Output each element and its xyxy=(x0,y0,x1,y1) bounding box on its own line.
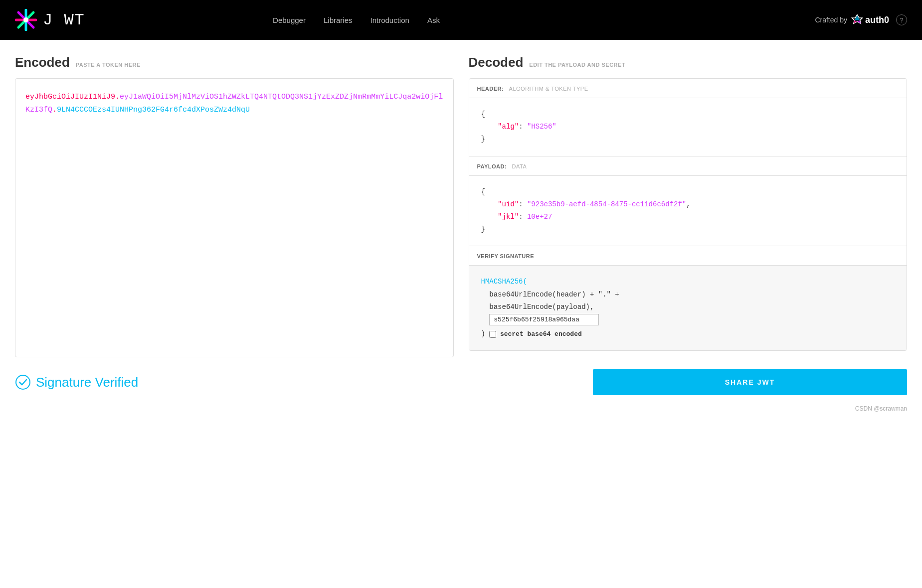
verify-section-body[interactable]: HMACSHA256( base64UrlEncode(header) + ".… xyxy=(469,266,907,350)
header-section-header: HEADER: ALGORITHM & TOKEN TYPE xyxy=(469,79,907,98)
decoded-sections: HEADER: ALGORITHM & TOKEN TYPE { "alg": … xyxy=(469,78,908,351)
auth0-icon xyxy=(851,14,863,26)
decoded-panel: Decoded EDIT THE PAYLOAD AND SECRET HEAD… xyxy=(469,55,908,357)
base64-label: secret base64 encoded xyxy=(500,328,582,340)
nav-libraries[interactable]: Libraries xyxy=(324,16,353,24)
crafted-by-label: Crafted by xyxy=(815,16,847,24)
nav-debugger[interactable]: Debugger xyxy=(273,16,306,24)
payload-section-body[interactable]: { "uid": "923e35b9-aefd-4854-8475-cc11d6… xyxy=(469,176,907,247)
close-brace-1: } xyxy=(481,135,485,143)
main-nav: Debugger Libraries Introduction Ask xyxy=(273,16,440,24)
nav-ask[interactable]: Ask xyxy=(427,16,440,24)
jwt-logo-icon xyxy=(15,9,37,31)
encoded-subtitle: PASTE A TOKEN HERE xyxy=(76,62,141,68)
encoded-token-box[interactable]: eyJhbGciOiJIUzI1NiJ9.eyJ1aWQiOiI5MjNlMzV… xyxy=(15,78,454,357)
open-brace-2: { xyxy=(481,188,485,196)
base64-header-line: base64UrlEncode(header) + "." + xyxy=(489,291,619,298)
auth0-text: auth0 xyxy=(865,15,889,25)
logo-text: J WT xyxy=(43,11,85,29)
dot2: . xyxy=(52,106,57,114)
jkl-value: 10e+27 xyxy=(527,213,552,221)
sig-verified-area: Signature Verified xyxy=(15,374,454,390)
encoded-title: Encoded PASTE A TOKEN HERE xyxy=(15,55,454,70)
verify-section-header: VERIFY SIGNATURE xyxy=(469,246,907,266)
jkl-key: "jkl" xyxy=(498,213,519,221)
header: J WT Debugger Libraries Introduction Ask… xyxy=(0,0,922,40)
secret-input[interactable] xyxy=(489,314,599,325)
help-icon[interactable]: ? xyxy=(896,14,907,25)
main-content: Encoded PASTE A TOKEN HERE eyJhbGciOiJIU… xyxy=(0,40,922,357)
nav-introduction[interactable]: Introduction xyxy=(370,16,409,24)
hmac-fn: HMACSHA256( xyxy=(481,278,527,286)
header-section-body[interactable]: { "alg": "HS256" } xyxy=(469,98,907,156)
svg-point-5 xyxy=(16,375,30,389)
uid-value: "923e35b9-aefd-4854-8475-cc11d6c6df2f" xyxy=(527,200,686,208)
header-label: HEADER: xyxy=(477,86,504,92)
verify-label: VERIFY SIGNATURE xyxy=(477,253,535,259)
open-brace-1: { xyxy=(481,110,485,118)
auth0-logo: auth0 xyxy=(851,14,889,26)
base64-row: ) secret base64 encoded xyxy=(481,328,895,340)
decoded-subtitle: EDIT THE PAYLOAD AND SECRET xyxy=(529,62,625,68)
base64-payload-line: base64UrlEncode(payload), xyxy=(489,303,594,311)
payload-section-header: PAYLOAD: DATA xyxy=(469,156,907,176)
token-header: eyJhbGciOiJIUzI1NiJ9 xyxy=(25,93,115,101)
encoded-panel: Encoded PASTE A TOKEN HERE eyJhbGciOiJIU… xyxy=(15,55,454,357)
share-btn-area: SHARE JWT xyxy=(469,369,908,395)
alg-value: "HS256" xyxy=(527,123,556,131)
svg-point-4 xyxy=(23,17,28,22)
token-signature: 9LN4CCCOEzs4IUNHPng362FG4r6fc4dXPosZWz4d… xyxy=(57,106,250,114)
colon-3: : xyxy=(519,213,527,221)
payload-sublabel: DATA xyxy=(512,163,527,169)
colon-2: : xyxy=(519,200,527,208)
crafted-by-area: Crafted by auth0 ? xyxy=(815,14,907,26)
payload-label: PAYLOAD: xyxy=(477,163,507,169)
uid-key: "uid" xyxy=(498,200,519,208)
close-brace-2: } xyxy=(481,225,485,233)
alg-key: "alg" xyxy=(498,123,519,131)
close-paren: ) xyxy=(481,328,485,340)
base64-checkbox[interactable] xyxy=(489,331,496,338)
comma-1: , xyxy=(686,200,690,208)
share-jwt-button[interactable]: SHARE JWT xyxy=(593,369,907,395)
dot1: . xyxy=(115,93,120,101)
colon-1: : xyxy=(519,123,527,131)
sig-verified-text: Signature Verified xyxy=(36,375,138,390)
logo-area: J WT xyxy=(15,9,85,31)
decoded-title: Decoded EDIT THE PAYLOAD AND SECRET xyxy=(469,55,908,70)
bottom-area: Signature Verified SHARE JWT xyxy=(0,357,922,405)
footer-credit: CSDN @scrawman xyxy=(0,405,922,417)
check-circle-icon xyxy=(15,374,31,390)
header-sublabel: ALGORITHM & TOKEN TYPE xyxy=(509,86,588,92)
